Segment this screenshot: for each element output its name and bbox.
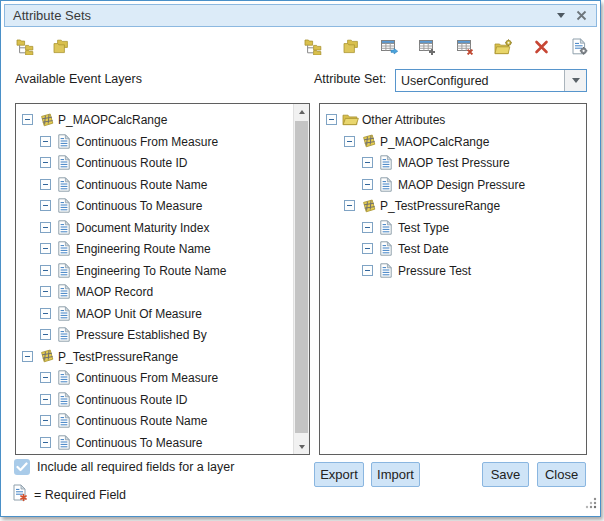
- collapse-toggle-icon[interactable]: [40, 437, 51, 448]
- field-icon: [377, 220, 395, 235]
- add-selected-fields-icon[interactable]: [380, 37, 399, 56]
- tree-item[interactable]: Continuous From Measure: [16, 367, 309, 389]
- export-button[interactable]: Export: [314, 462, 364, 487]
- triangle-down-icon: [299, 445, 305, 449]
- tree-item[interactable]: Other Attributes: [320, 109, 586, 131]
- tree-item[interactable]: Document Maturity Index: [16, 217, 309, 239]
- collapse-toggle-icon[interactable]: [22, 114, 33, 125]
- collapse-toggle-icon[interactable]: [40, 222, 51, 233]
- attribute-set-toolbar: [304, 37, 589, 56]
- tree-item-label: Engineering To Route Name: [76, 263, 227, 278]
- scroll-down-button[interactable]: [294, 439, 309, 454]
- save-button[interactable]: Save: [482, 462, 529, 487]
- collapse-event-layers-icon[interactable]: [52, 37, 71, 56]
- tree-item[interactable]: Continuous To Measure: [16, 195, 309, 217]
- tree-item[interactable]: P_TestPressureRange: [16, 346, 309, 368]
- dock-menu-icon[interactable]: [557, 13, 565, 18]
- collapse-toggle-icon[interactable]: [344, 136, 355, 147]
- tree-item[interactable]: Engineering Route Name: [16, 238, 309, 260]
- field-icon: [55, 413, 73, 428]
- tree-item-label: MAOP Unit Of Measure: [76, 306, 202, 321]
- field-icon: [55, 306, 73, 321]
- field-icon: [377, 241, 395, 256]
- event-icon: [359, 199, 377, 213]
- required-field-icon: [13, 484, 28, 505]
- delete-attribute-set-icon[interactable]: [532, 37, 551, 56]
- collapse-toggle-icon[interactable]: [40, 308, 51, 319]
- tree-item-label: Test Date: [398, 241, 449, 256]
- vertical-scrollbar[interactable]: [293, 104, 309, 454]
- collapse-toggle-icon[interactable]: [40, 243, 51, 254]
- tree-item[interactable]: P_MAOPCalcRange: [16, 109, 309, 131]
- tree-item[interactable]: Pressure Test: [320, 260, 586, 282]
- field-icon: [377, 263, 395, 278]
- field-icon: [55, 198, 73, 213]
- tree-item-label: Other Attributes: [362, 112, 445, 127]
- collapse-toggle-icon[interactable]: [40, 415, 51, 426]
- tree-item[interactable]: Continuous Route ID: [16, 152, 309, 174]
- resize-grip[interactable]: [584, 495, 597, 513]
- tree-item-label: P_MAOPCalcRange: [380, 134, 489, 149]
- collapse-toggle-icon[interactable]: [40, 372, 51, 383]
- tree-item[interactable]: Engineering To Route Name: [16, 260, 309, 282]
- tree-item[interactable]: Continuous From Measure: [16, 131, 309, 153]
- field-icon: [55, 435, 73, 450]
- collapse-toggle-icon[interactable]: [40, 329, 51, 340]
- expand-attribute-set-icon[interactable]: [304, 37, 323, 56]
- add-attribute-row-icon[interactable]: [418, 37, 437, 56]
- scroll-up-button[interactable]: [294, 104, 309, 119]
- include-required-fields-checkbox[interactable]: [14, 459, 30, 475]
- attribute-set-select[interactable]: UserConfigured: [395, 69, 587, 92]
- collapse-toggle-icon[interactable]: [362, 157, 373, 168]
- expand-event-layers-icon[interactable]: [16, 37, 35, 56]
- import-button[interactable]: Import: [371, 462, 420, 487]
- tree-item[interactable]: P_TestPressureRange: [320, 195, 586, 217]
- collapse-toggle-icon[interactable]: [326, 114, 337, 125]
- collapse-toggle-icon[interactable]: [362, 265, 373, 276]
- collapse-toggle-icon[interactable]: [40, 157, 51, 168]
- close-icon[interactable]: [576, 10, 587, 21]
- tree-item[interactable]: Test Type: [320, 217, 586, 239]
- tree-item-label: MAOP Record: [76, 284, 153, 299]
- tree-item[interactable]: Test Date: [320, 238, 586, 260]
- tree-item[interactable]: Continuous To Measure: [16, 432, 309, 454]
- collapse-attribute-set-icon[interactable]: [342, 37, 361, 56]
- collapse-toggle-icon[interactable]: [40, 265, 51, 276]
- tree-item[interactable]: Continuous Route Name: [16, 174, 309, 196]
- field-icon: [55, 392, 73, 407]
- event-icon: [37, 113, 55, 127]
- tree-item[interactable]: Continuous Route Name: [16, 410, 309, 432]
- collapse-toggle-icon[interactable]: [344, 200, 355, 211]
- close-button[interactable]: Close: [537, 462, 586, 487]
- collapse-toggle-icon[interactable]: [362, 222, 373, 233]
- collapse-toggle-icon[interactable]: [40, 394, 51, 405]
- new-attribute-set-icon[interactable]: [494, 37, 513, 56]
- remove-attribute-row-icon[interactable]: [456, 37, 475, 56]
- field-icon: [55, 177, 73, 192]
- tree-item[interactable]: MAOP Design Pressure: [320, 174, 586, 196]
- collapse-toggle-icon[interactable]: [40, 200, 51, 211]
- collapse-toggle-icon[interactable]: [362, 179, 373, 190]
- tree-item[interactable]: MAOP Record: [16, 281, 309, 303]
- dropdown-button[interactable]: [564, 70, 586, 91]
- scrollbar-thumb[interactable]: [295, 121, 308, 433]
- collapse-toggle-icon[interactable]: [40, 136, 51, 147]
- required-field-legend: = Required Field: [13, 484, 126, 505]
- tree-item-label: Pressure Established By: [76, 327, 207, 342]
- attribute-set-value: UserConfigured: [396, 74, 564, 88]
- chevron-down-icon: [572, 78, 580, 83]
- titlebar[interactable]: Attribute Sets: [4, 4, 597, 27]
- tree-item[interactable]: MAOP Unit Of Measure: [16, 303, 309, 325]
- collapse-toggle-icon[interactable]: [40, 179, 51, 190]
- include-required-fields-row: Include all required fields for a layer: [14, 459, 234, 475]
- collapse-toggle-icon[interactable]: [362, 243, 373, 254]
- field-icon: [55, 134, 73, 149]
- tree-item[interactable]: Continuous Route ID: [16, 389, 309, 411]
- attribute-set-properties-icon[interactable]: [570, 37, 589, 56]
- tree-item[interactable]: Pressure Established By: [16, 324, 309, 346]
- tree-item[interactable]: MAOP Test Pressure: [320, 152, 586, 174]
- collapse-toggle-icon[interactable]: [22, 351, 33, 362]
- tree-item[interactable]: P_MAOPCalcRange: [320, 131, 586, 153]
- event-icon: [37, 349, 55, 363]
- collapse-toggle-icon[interactable]: [40, 286, 51, 297]
